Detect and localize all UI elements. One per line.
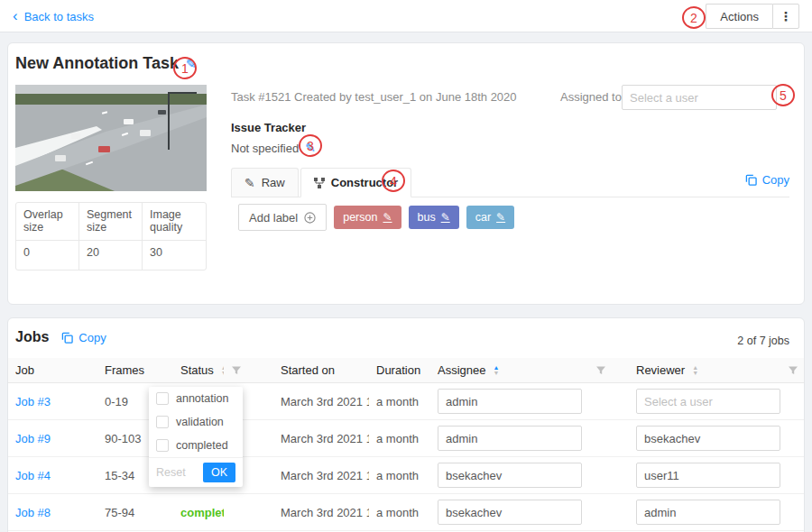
jobs-table-header-row: Job Frames Status ▲▼ Started on Duration…	[8, 358, 804, 383]
road-scene-thumbnail	[15, 85, 207, 191]
task-title-row: New Annotation Task ✎	[15, 54, 197, 73]
copy-icon	[61, 332, 73, 344]
plus-circle-icon	[304, 212, 316, 224]
back-to-tasks-link[interactable]: ‹ Back to tasks	[13, 0, 94, 32]
jobs-copy-link[interactable]: Copy	[61, 331, 106, 344]
assignee-sorter[interactable]: ▲▼	[493, 365, 499, 376]
jobs-card: Jobs Copy 2 of 7 jobs Job Frames Status …	[7, 317, 805, 532]
annotation-marker-4: 4	[382, 170, 405, 192]
job-link[interactable]: Job #8	[15, 506, 51, 519]
add-label-text: Add label	[249, 211, 298, 225]
jobs-count-label: 2 of 7 jobs	[737, 335, 789, 347]
table-row: Job #4 15-34 March 3rd 2021 16:03 a mont…	[8, 457, 804, 494]
assignee-input[interactable]	[438, 463, 582, 488]
col-assignee[interactable]: Assignee ▲▼	[430, 363, 588, 377]
label-chip-bus-name: bus	[418, 211, 436, 224]
col-status-label: Status	[180, 363, 214, 377]
task-title: New Annotation Task	[15, 54, 179, 73]
image-quality-header: Image quality	[143, 203, 206, 241]
col-duration: Duration	[369, 363, 430, 377]
caret-down-icon: ▼	[692, 371, 698, 376]
table-row: Job #3 0-19 March 3rd 2021 16:03 a month	[8, 383, 804, 420]
copy-icon	[745, 174, 757, 186]
col-reviewer-label: Reviewer	[636, 363, 685, 377]
vertical-ellipsis-icon: ⋮	[780, 9, 792, 23]
col-status[interactable]: Status ▲▼	[173, 363, 224, 377]
edit-label-person-icon[interactable]: ✎	[383, 211, 392, 224]
assignee-input[interactable]	[438, 389, 582, 414]
reviewer-input[interactable]	[636, 500, 780, 525]
annotation-marker-2: 2	[682, 6, 706, 29]
label-constructor-row: Add label person ✎ bus ✎ car ✎	[238, 204, 514, 231]
duration-cell: a month	[369, 432, 430, 445]
overlap-size-value: 0	[16, 241, 79, 270]
segment-size-value: 20	[79, 241, 143, 270]
filter-option-validation-label: validation	[176, 416, 224, 428]
frames-cell: 75-94	[97, 506, 173, 519]
edit-label-bus-icon[interactable]: ✎	[441, 211, 450, 224]
tab-raw-label: Raw	[262, 176, 285, 189]
filter-ok-button[interactable]: OK	[203, 463, 235, 482]
job-link[interactable]: Job #4	[15, 469, 51, 482]
more-menu-button[interactable]: ⋮	[772, 4, 799, 29]
task-assignee-input[interactable]	[622, 85, 777, 110]
filter-option-completed[interactable]: completed	[149, 434, 243, 457]
add-label-button[interactable]: Add label	[238, 204, 327, 231]
reviewer-filter-icon[interactable]	[788, 365, 798, 376]
assignee-filter-icon[interactable]	[595, 365, 606, 376]
col-job: Job	[8, 363, 97, 377]
edit-label-car-icon[interactable]: ✎	[496, 211, 505, 224]
label-chip-car[interactable]: car ✎	[466, 206, 514, 229]
checkbox-annotation[interactable]	[156, 392, 169, 405]
task-assignee-field	[622, 85, 777, 110]
filter-reset-button[interactable]: Reset	[156, 466, 186, 479]
status-filter-dropdown: annotation validation completed Reset OK	[149, 387, 243, 487]
tab-raw[interactable]: ✎ Raw	[231, 168, 299, 197]
reviewer-sorter[interactable]: ▲▼	[692, 365, 698, 376]
labels-copy-link[interactable]: Copy	[745, 173, 789, 187]
parameters-value-row: 0 20 30	[16, 241, 206, 270]
filter-option-annotation-label: annotation	[176, 392, 228, 405]
annotation-marker-1: 1	[173, 57, 197, 79]
assignee-input[interactable]	[438, 426, 582, 451]
table-row: Job #9 90-103 March 3rd 2021 16:03 a mon…	[8, 420, 804, 457]
reviewer-input[interactable]	[636, 389, 780, 414]
segment-size-header: Segment size	[79, 203, 143, 241]
caret-down-icon: ▼	[493, 371, 499, 376]
back-to-tasks-label: Back to tasks	[24, 10, 94, 23]
task-meta-text: Task #1521 Created by test_user_1 on Jun…	[231, 85, 517, 110]
actions-button-group: Actions ⋮	[706, 4, 799, 29]
reviewer-input[interactable]	[636, 426, 780, 451]
issue-tracker-label: Issue Tracker	[231, 121, 306, 134]
parameters-header-row: Overlap size Segment size Image quality	[16, 203, 206, 241]
filter-dropdown-footer: Reset OK	[149, 457, 243, 487]
label-chip-bus[interactable]: bus ✎	[409, 206, 459, 229]
filter-option-annotation[interactable]: annotation	[149, 387, 243, 410]
label-chip-person-name: person	[343, 211, 377, 224]
filter-option-validation[interactable]: validation	[149, 410, 243, 434]
col-reviewer[interactable]: Reviewer ▲▼	[629, 363, 780, 377]
checkbox-completed[interactable]	[156, 439, 169, 452]
annotation-marker-3: 3	[299, 134, 322, 157]
table-row: Job #8 75-94 completed ? March 3rd 2021 …	[8, 494, 804, 531]
status-filter-cell[interactable]	[224, 365, 273, 376]
started-on-cell: March 3rd 2021 16:03	[273, 395, 369, 408]
job-link[interactable]: Job #9	[15, 432, 51, 445]
col-started-on: Started on	[273, 363, 369, 377]
job-link[interactable]: Job #3	[15, 395, 51, 408]
reviewer-filter-cell[interactable]	[780, 365, 804, 376]
started-on-cell: March 3rd 2021 16:03	[273, 432, 369, 445]
task-parameters-table: Overlap size Segment size Image quality …	[15, 202, 207, 271]
labels-tabs-bar: ✎ Raw Constructor	[231, 168, 789, 197]
reviewer-input[interactable]	[636, 463, 780, 488]
actions-button[interactable]: Actions	[706, 4, 772, 29]
raw-pencil-icon: ✎	[245, 176, 255, 190]
started-on-cell: March 3rd 2021 16:03	[273, 506, 369, 519]
status-filter-icon[interactable]	[231, 365, 242, 376]
assignee-input[interactable]	[438, 500, 582, 525]
label-chip-person[interactable]: person ✎	[334, 206, 401, 229]
image-quality-value: 30	[143, 241, 206, 270]
assignee-filter-cell[interactable]	[588, 365, 629, 376]
checkbox-validation[interactable]	[156, 416, 169, 428]
jobs-header: Jobs Copy	[15, 329, 106, 345]
